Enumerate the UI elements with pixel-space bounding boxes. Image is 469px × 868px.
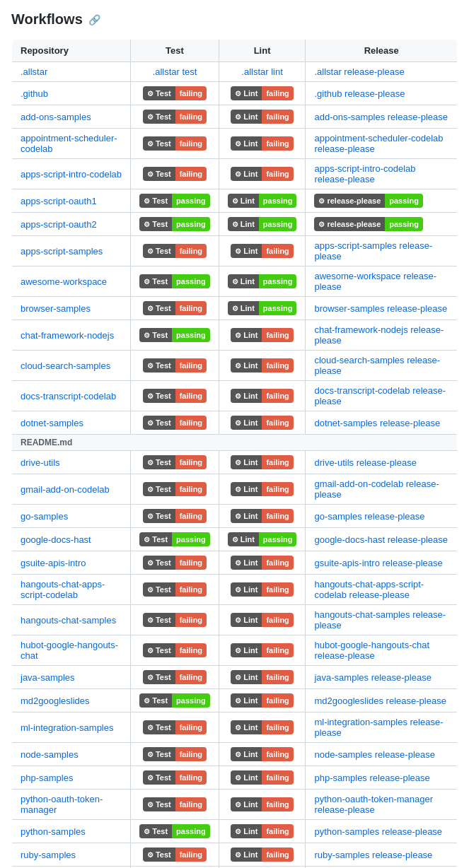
table-link[interactable]: md2googleslides release-please — [314, 696, 446, 706]
ci-badge[interactable]: ⚙Lintfailing — [231, 582, 294, 597]
table-link[interactable]: ml-integration-samples release-please — [314, 717, 443, 738]
table-link[interactable]: add-ons-samples release-please — [314, 112, 448, 122]
ci-badge[interactable]: ⚙Lintfailing — [231, 848, 294, 862]
ci-badge[interactable]: ⚙Lintfailing — [231, 482, 294, 496]
table-link[interactable]: apps-script-intro-codelab release-please — [314, 163, 415, 184]
table-link[interactable]: chat-framework-nodejs release-please — [314, 324, 444, 346]
table-link[interactable]: .github — [21, 88, 48, 99]
table-link[interactable]: python-oauth-token-manager release-pleas… — [314, 794, 433, 815]
table-link[interactable]: ruby-samples — [21, 850, 76, 860]
ci-badge[interactable]: ⚙Testfailing — [143, 301, 207, 315]
ci-badge[interactable]: ⚙Lintpassing — [228, 217, 297, 231]
ci-badge[interactable]: ⚙Testfailing — [143, 509, 207, 523]
table-link[interactable]: hangouts-chat-samples — [21, 615, 116, 626]
table-link[interactable]: java-samples — [21, 672, 75, 683]
ci-badge[interactable]: ⚙Lintpassing — [228, 194, 297, 208]
table-link[interactable]: gsuite-apis-intro release-please — [314, 558, 442, 568]
table-link[interactable]: gmail-add-on-codelab — [21, 484, 110, 495]
ci-badge[interactable]: ⚙Lintfailing — [231, 136, 294, 151]
ci-badge[interactable]: ⚙Lintfailing — [231, 244, 294, 258]
table-link[interactable]: go-samples release-please — [314, 511, 424, 522]
ci-badge[interactable]: ⚙Lintfailing — [231, 720, 294, 734]
ci-badge[interactable]: ⚙Testpassing — [139, 824, 209, 838]
table-link[interactable]: drive-utils — [21, 457, 60, 468]
release-badge[interactable]: ⚙release-pleasepassing — [314, 194, 422, 208]
ci-badge[interactable]: ⚙Testfailing — [143, 848, 207, 862]
ci-badge[interactable]: ⚙Testfailing — [143, 670, 207, 684]
table-link[interactable]: drive-utils release-please — [314, 457, 417, 468]
table-link[interactable]: python-oauth-token-manager — [21, 794, 103, 815]
ci-badge[interactable]: ⚙Lintfailing — [231, 770, 294, 785]
ci-badge[interactable]: ⚙Lintfailing — [231, 747, 294, 761]
table-link[interactable]: dotnet-samples release-please — [314, 418, 440, 428]
table-link[interactable]: cloud-search-samples release-please — [314, 355, 440, 376]
ci-badge[interactable]: ⚙Testfailing — [143, 556, 207, 570]
ci-badge[interactable]: ⚙Lintfailing — [231, 455, 294, 469]
table-link[interactable]: hangouts-chat-apps-script-codelab releas… — [314, 579, 424, 600]
ci-badge[interactable]: ⚙Lintfailing — [231, 693, 294, 708]
ci-badge[interactable]: ⚙Testfailing — [143, 770, 207, 785]
table-link[interactable]: dotnet-samples — [21, 418, 83, 428]
ci-badge[interactable]: ⚙Lintpassing — [228, 274, 297, 288]
ci-badge[interactable]: ⚙Testfailing — [143, 136, 207, 151]
table-link[interactable]: appointment-scheduler-codelab — [21, 133, 117, 154]
ci-badge[interactable]: ⚙Lintfailing — [231, 797, 294, 811]
ci-badge[interactable]: ⚙Lintpassing — [228, 532, 297, 546]
table-link[interactable]: node-samples — [21, 749, 79, 760]
ci-badge[interactable]: ⚙Testfailing — [143, 110, 207, 124]
ci-badge[interactable]: ⚙Lintfailing — [231, 670, 294, 684]
table-link[interactable]: .github release-please — [314, 88, 405, 99]
table-link[interactable]: apps-script-intro-codelab — [21, 169, 122, 180]
table-link[interactable]: browser-samples — [21, 303, 91, 314]
ci-badge[interactable]: ⚙Testpassing — [139, 532, 209, 546]
table-link[interactable]: apps-script-oauth1 — [21, 196, 97, 206]
ci-badge[interactable]: ⚙Testfailing — [143, 482, 207, 496]
table-link[interactable]: .allstar — [21, 66, 47, 77]
ci-badge[interactable]: ⚙Testpassing — [139, 217, 209, 231]
ci-badge[interactable]: ⚙Testpassing — [139, 693, 209, 708]
table-link[interactable]: docs-transcript-codelab release-please — [314, 385, 446, 406]
ci-badge[interactable]: ⚙Testfailing — [143, 613, 207, 627]
ci-badge[interactable]: ⚙Testfailing — [143, 582, 207, 597]
table-link[interactable]: awesome-workspace — [21, 276, 107, 287]
ci-badge[interactable]: ⚙Lintfailing — [231, 389, 294, 403]
ci-badge[interactable]: ⚙Testfailing — [143, 747, 207, 761]
ci-badge[interactable]: ⚙Testfailing — [143, 86, 207, 100]
table-link[interactable]: google-docs-hast — [21, 534, 91, 545]
ci-badge[interactable]: ⚙Lintfailing — [231, 167, 294, 181]
table-link[interactable]: awesome-workspace release-please — [314, 271, 436, 292]
table-link[interactable]: browser-samples release-please — [314, 303, 447, 314]
table-link[interactable]: google-docs-hast release-please — [314, 534, 448, 545]
table-link[interactable]: ml-integration-samples — [21, 722, 114, 733]
ci-badge[interactable]: ⚙Lintfailing — [231, 86, 294, 100]
ci-badge[interactable]: ⚙Testpassing — [139, 194, 209, 208]
ci-badge[interactable]: ⚙Lintfailing — [231, 643, 294, 657]
ci-badge[interactable]: ⚙Testfailing — [143, 244, 207, 258]
table-link[interactable]: chat-framework-nodejs — [21, 330, 114, 341]
table-link[interactable]: apps-script-samples release-please — [314, 240, 432, 262]
ci-badge[interactable]: ⚙Lintfailing — [231, 416, 294, 430]
ci-badge[interactable]: ⚙Testfailing — [143, 797, 207, 811]
ci-badge[interactable]: ⚙Lintpassing — [228, 301, 297, 315]
table-link[interactable]: python-samples release-please — [314, 826, 442, 837]
table-link[interactable]: docs-transcript-codelab — [21, 391, 116, 401]
table-link[interactable]: php-samples — [21, 773, 73, 783]
table-link[interactable]: hubot-google-hangouts-chat — [21, 640, 118, 661]
table-link[interactable]: md2googleslides — [21, 696, 90, 706]
ci-badge[interactable]: ⚙Testfailing — [143, 167, 207, 181]
ci-badge[interactable]: ⚙Testfailing — [143, 720, 207, 734]
table-link[interactable]: python-samples — [21, 826, 86, 837]
release-badge[interactable]: ⚙release-pleasepassing — [314, 217, 422, 231]
table-link[interactable]: ruby-samples release-please — [314, 850, 432, 860]
table-link[interactable]: cloud-search-samples — [21, 360, 110, 371]
table-link[interactable]: add-ons-samples — [21, 112, 91, 122]
ci-badge[interactable]: ⚙Lintfailing — [231, 110, 294, 124]
ci-badge[interactable]: ⚙Testfailing — [143, 358, 207, 373]
ci-badge[interactable]: ⚙Testpassing — [139, 274, 209, 288]
ci-badge[interactable]: ⚙Testfailing — [143, 416, 207, 430]
table-link[interactable]: apps-script-samples — [21, 246, 103, 257]
ci-badge[interactable]: ⚙Lintfailing — [231, 613, 294, 627]
table-link[interactable]: .allstar lint — [241, 66, 283, 77]
table-link[interactable]: go-samples — [21, 511, 68, 522]
table-link[interactable]: hangouts-chat-apps-script-codelab — [21, 579, 105, 600]
